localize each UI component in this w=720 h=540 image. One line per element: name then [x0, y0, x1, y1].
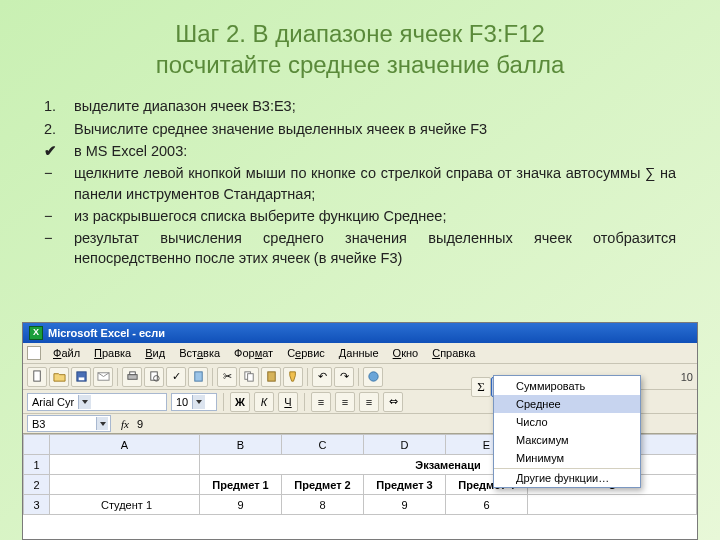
chevron-down-icon [78, 395, 91, 409]
align-right-icon[interactable]: ≡ [359, 392, 379, 412]
menu-item-average[interactable]: Среднее [494, 395, 640, 413]
redo-icon[interactable]: ↷ [334, 367, 354, 387]
cell[interactable]: Предмет 3 [364, 475, 446, 495]
menu-data[interactable]: Данные [333, 345, 385, 361]
svg-rect-5 [129, 372, 135, 375]
list-text: из раскрывшегося списка выберите функцию… [74, 206, 676, 226]
align-center-icon[interactable]: ≡ [335, 392, 355, 412]
window-title: Microsoft Excel - если [48, 327, 165, 339]
window-titlebar: Microsoft Excel - если [23, 323, 697, 343]
list-text: выделите диапазон ячеек В3:Е3; [74, 96, 676, 116]
open-icon[interactable] [49, 367, 69, 387]
slide-title: Шаг 2. В диапазоне ячеек F3:F12 посчитай… [0, 0, 720, 88]
row-header[interactable]: 1 [24, 455, 50, 475]
menu-edit[interactable]: Правка [88, 345, 137, 361]
menu-item-more-functions[interactable]: Другие функции… [494, 469, 640, 487]
instruction-list: 1.выделите диапазон ячеек В3:Е3; 2.Вычис… [0, 88, 720, 268]
paste-icon[interactable] [261, 367, 281, 387]
format-painter-icon[interactable] [283, 367, 303, 387]
menu-insert[interactable]: Вставка [173, 345, 226, 361]
svg-point-12 [368, 372, 377, 381]
menu-item-sum[interactable]: Суммировать [494, 377, 640, 395]
chevron-down-icon [192, 395, 205, 409]
list-marker: 2. [44, 119, 74, 139]
cell[interactable]: 6 [446, 495, 528, 515]
menu-format[interactable]: Формат [228, 345, 279, 361]
menu-help[interactable]: Справка [426, 345, 481, 361]
formula-value[interactable]: 9 [133, 418, 143, 430]
select-all-corner[interactable] [24, 435, 50, 455]
cell[interactable] [528, 495, 697, 515]
new-icon[interactable] [27, 367, 47, 387]
menu-item-max[interactable]: Максимум [494, 431, 640, 449]
list-text: результат вычисления среднего значения в… [74, 228, 676, 269]
copy-icon[interactable] [239, 367, 259, 387]
menu-view[interactable]: Вид [139, 345, 171, 361]
svg-rect-8 [194, 372, 201, 381]
list-text: Вычислите среднее значение выделенных яч… [74, 119, 676, 139]
list-marker: 1. [44, 96, 74, 116]
underline-button[interactable]: Ч [278, 392, 298, 412]
cell[interactable]: 9 [200, 495, 282, 515]
title-line-1: Шаг 2. В диапазоне ячеек F3:F12 [175, 20, 545, 47]
cell[interactable]: Студент 1 [50, 495, 200, 515]
list-marker-dash: − [44, 228, 74, 269]
cell[interactable] [50, 455, 200, 475]
print-icon[interactable] [122, 367, 142, 387]
italic-button[interactable]: К [254, 392, 274, 412]
preview-icon[interactable] [144, 367, 164, 387]
fx-label[interactable]: fx [121, 418, 129, 430]
autosum-menu: Суммировать Среднее Число Максимум Миним… [493, 375, 641, 488]
title-line-2: посчитайте среднее значение балла [156, 51, 565, 78]
toolbar-separator [358, 368, 359, 386]
menu-item-min[interactable]: Минимум [494, 449, 640, 467]
svg-rect-11 [267, 372, 274, 381]
cell[interactable]: Предмет 2 [282, 475, 364, 495]
col-header[interactable]: B [200, 435, 282, 455]
list-marker-check: ✔ [44, 141, 74, 161]
svg-rect-4 [127, 375, 136, 380]
merge-icon[interactable]: ⇔ [383, 392, 403, 412]
svg-rect-2 [78, 377, 84, 380]
menu-tools[interactable]: Сервис [281, 345, 331, 361]
bold-button[interactable]: Ж [230, 392, 250, 412]
toolbar-separator [304, 393, 305, 411]
mail-icon[interactable] [93, 367, 113, 387]
cell[interactable]: 8 [282, 495, 364, 515]
cut-icon[interactable]: ✂ [217, 367, 237, 387]
col-header[interactable]: A [50, 435, 200, 455]
toolbar-separator [223, 393, 224, 411]
list-text: щелкните левой кнопкой мыши по кнопке со… [74, 163, 676, 204]
toolbar-separator [307, 368, 308, 386]
toolbar-end-text: 10 [678, 371, 693, 383]
font-name-combo[interactable]: Arial Cyr [27, 393, 167, 411]
cell[interactable] [50, 475, 200, 495]
chevron-down-icon [96, 417, 108, 430]
col-header[interactable]: D [364, 435, 446, 455]
control-icon[interactable] [27, 346, 41, 360]
align-left-icon[interactable]: ≡ [311, 392, 331, 412]
menu-item-count[interactable]: Число [494, 413, 640, 431]
excel-app-icon [29, 326, 43, 340]
menu-bar: Файл Правка Вид Вставка Формат Сервис Да… [23, 343, 697, 364]
menu-window[interactable]: Окно [387, 345, 425, 361]
name-box[interactable]: B3 [27, 415, 111, 432]
hyperlink-icon[interactable] [363, 367, 383, 387]
menu-file[interactable]: Файл [47, 345, 86, 361]
undo-icon[interactable]: ↶ [312, 367, 332, 387]
col-header[interactable]: C [282, 435, 364, 455]
autosum-button[interactable]: Σ [471, 377, 491, 397]
excel-screenshot: Microsoft Excel - если Файл Правка Вид В… [22, 322, 698, 540]
list-text: в MS Excel 2003: [74, 141, 676, 161]
svg-rect-0 [33, 371, 40, 381]
spell-icon[interactable]: ✓ [166, 367, 186, 387]
cell[interactable]: Предмет 1 [200, 475, 282, 495]
research-icon[interactable] [188, 367, 208, 387]
list-marker-dash: − [44, 206, 74, 226]
row-header[interactable]: 2 [24, 475, 50, 495]
save-icon[interactable] [71, 367, 91, 387]
font-size-combo[interactable]: 10 [171, 393, 217, 411]
row-header[interactable]: 3 [24, 495, 50, 515]
toolbar-separator [212, 368, 213, 386]
cell[interactable]: 9 [364, 495, 446, 515]
